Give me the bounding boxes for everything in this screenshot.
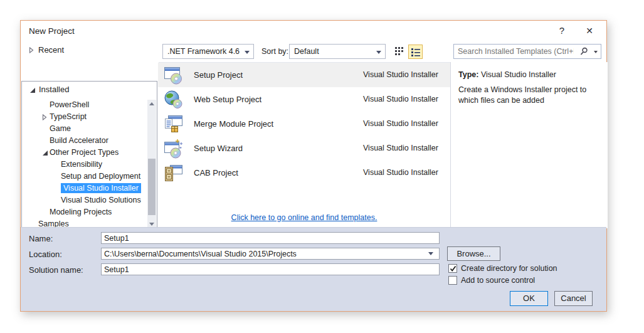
dialog-title: New Project (29, 26, 75, 36)
tree-item-powershell[interactable]: PowerShell (22, 99, 147, 111)
template-row-merge-module-project[interactable]: Merge Module Project Visual Studio Insta… (158, 112, 450, 136)
chevron-expanded-icon (29, 87, 36, 93)
new-project-dialog: New Project ? ✕ Recent Installed PowerSh… (20, 20, 607, 312)
tree-item-extensibility[interactable]: Extensibility (22, 159, 147, 171)
solution-name-field[interactable] (101, 263, 440, 275)
sort-by-label: Sort by: (261, 47, 288, 56)
tree-item-build-accelerator[interactable]: Build Accelerator (22, 135, 147, 147)
footer: Name: Location: Solution name: Browse...… (21, 227, 606, 311)
search-input[interactable] (458, 46, 574, 57)
installed-section: Installed PowerShell TypeScript Game Bui… (21, 81, 157, 230)
ok-button[interactable]: OK (510, 291, 548, 306)
source-control-checkbox[interactable] (448, 276, 457, 285)
template-info-panel: Type: Visual Studio Installer Create a W… (450, 62, 608, 228)
scroll-up-icon[interactable] (147, 100, 156, 107)
create-directory-label: Create directory for solution (461, 264, 557, 273)
chevron-expanded-icon (42, 150, 48, 156)
globe-cd-icon (164, 90, 184, 110)
cancel-button[interactable]: Cancel (554, 291, 593, 306)
grid-view-icon (395, 47, 404, 56)
cabinet-window-icon (164, 163, 184, 183)
tree-scrollbar[interactable] (147, 100, 156, 228)
online-templates-link[interactable]: Click here to go online and find templat… (231, 213, 377, 222)
framework-dropdown[interactable]: .NET Framework 4.6 (162, 44, 254, 59)
location-dropdown-icon[interactable] (428, 252, 433, 255)
scrollbar-thumb[interactable] (148, 159, 156, 215)
close-icon[interactable]: ✕ (578, 21, 601, 41)
sidebar-item-installed[interactable]: Installed (22, 82, 157, 98)
sort-dropdown[interactable]: Default (289, 44, 386, 59)
template-row-setup-wizard[interactable]: Setup Wizard Visual Studio Installer (158, 136, 450, 161)
search-options-icon[interactable] (594, 51, 598, 53)
template-row-cab-project[interactable]: CAB Project Visual Studio Installer (158, 161, 450, 185)
sidebar-item-recent[interactable]: Recent (21, 42, 158, 58)
tree-item-visual-studio-solutions[interactable]: Visual Studio Solutions (22, 194, 147, 206)
template-description: Create a Windows Installer project to wh… (458, 85, 601, 106)
location-label: Location: (29, 250, 62, 259)
help-button[interactable]: ? (550, 21, 574, 41)
online-templates-link-wrap: Click here to go online and find templat… (158, 213, 450, 222)
location-field[interactable] (101, 248, 440, 260)
type-label: Type: (458, 70, 478, 79)
search-icon[interactable] (579, 47, 588, 56)
browse-button[interactable]: Browse... (447, 246, 500, 261)
list-view-icon (411, 48, 420, 56)
name-field[interactable] (101, 232, 440, 244)
search-box (453, 44, 601, 59)
chevron-down-icon (376, 51, 381, 54)
tree-item-typescript[interactable]: TypeScript (22, 111, 147, 123)
solution-name-label: Solution name: (29, 265, 83, 275)
type-value: Visual Studio Installer (481, 70, 556, 79)
titlebar[interactable]: New Project ? ✕ (21, 21, 606, 42)
tree-item-visual-studio-installer[interactable]: Visual Studio Installer (22, 182, 147, 194)
small-icons-view-button[interactable] (392, 45, 406, 59)
tree-item-modeling-projects[interactable]: Modeling Projects (22, 206, 147, 218)
category-pane: Recent Installed PowerShell TypeScript G… (21, 42, 158, 228)
create-directory-checkbox[interactable] (448, 264, 457, 273)
chevron-collapsed-icon (42, 114, 47, 120)
name-label: Name: (29, 234, 53, 243)
category-tree: PowerShell TypeScript Game Build Acceler… (22, 99, 147, 228)
window-cd-icon (164, 65, 184, 85)
chevron-down-icon (245, 51, 250, 54)
window-doc-package-icon (164, 114, 184, 134)
chevron-collapsed-icon (29, 47, 34, 53)
source-control-label: Add to source control (461, 276, 535, 285)
tree-item-game[interactable]: Game (22, 123, 147, 135)
template-row-setup-project[interactable]: Setup Project Visual Studio Installer (158, 63, 450, 87)
window-cd-sparkle-icon (164, 139, 184, 159)
template-row-web-setup-project[interactable]: Web Setup Project Visual Studio Installe… (158, 87, 450, 112)
check-icon (450, 265, 457, 272)
template-list: Setup Project Visual Studio Installer We… (158, 63, 450, 185)
tree-item-setup-and-deployment[interactable]: Setup and Deployment (22, 171, 147, 182)
tree-item-other-project-types[interactable]: Other Project Types (22, 147, 147, 159)
list-view-button[interactable] (408, 45, 423, 59)
